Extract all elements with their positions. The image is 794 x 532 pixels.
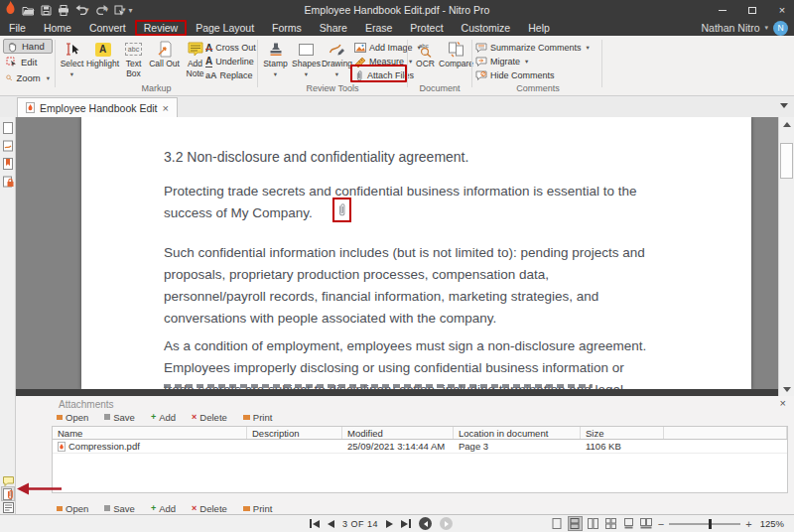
tab-page-layout[interactable]: Page Layout: [187, 21, 263, 35]
edit-tool-button[interactable]: Edit: [3, 55, 53, 69]
avatar[interactable]: N: [773, 21, 788, 36]
attachment-size-cell: 1106 KB: [581, 440, 664, 453]
tab-forms[interactable]: Forms: [263, 21, 311, 35]
bookmarks-panel-button[interactable]: [2, 157, 14, 170]
measure-button[interactable]: Measure: [354, 55, 412, 68]
attachments-close-icon[interactable]: ×: [780, 398, 786, 408]
call-out-button[interactable]: Call Out: [149, 38, 180, 78]
pdf-file-icon: [58, 442, 66, 452]
document-tab[interactable]: Employee Handbook Edit ×: [17, 97, 178, 117]
column-header-size[interactable]: Size: [581, 427, 664, 439]
attachment-annotation[interactable]: [332, 198, 351, 222]
comments-group: Summarize Comments Migrate Hide Comments…: [475, 36, 600, 95]
quick-tool-button[interactable]: ▾: [114, 5, 126, 16]
shapes-button[interactable]: Shapes: [291, 38, 322, 78]
attachments-panel-button[interactable]: [2, 487, 14, 500]
stamp-button[interactable]: Stamp: [260, 38, 291, 78]
output-panel-button[interactable]: [2, 501, 14, 514]
account-name[interactable]: Nathan Nitro: [702, 22, 760, 34]
zoom-slider[interactable]: [669, 523, 740, 525]
underline-icon: [205, 57, 212, 67]
highlight-button[interactable]: Highlight: [87, 38, 118, 78]
tab-close-icon[interactable]: ×: [163, 103, 169, 113]
zoom-out-button[interactable]: −: [658, 519, 664, 529]
comments-panel-button[interactable]: [2, 474, 14, 487]
history-back-button[interactable]: [419, 517, 432, 530]
tab-home[interactable]: Home: [35, 21, 80, 35]
maximize-button[interactable]: [744, 3, 760, 17]
compare-button[interactable]: Compare: [441, 38, 471, 69]
hand-tool-button[interactable]: Hand: [3, 39, 53, 54]
stamp-icon: [268, 40, 284, 59]
tab-file[interactable]: File: [0, 21, 35, 35]
first-page-button[interactable]: [310, 519, 320, 528]
ocr-button[interactable]: abc OCR: [410, 38, 441, 69]
tab-convert[interactable]: Convert: [80, 21, 135, 35]
migrate-button[interactable]: Migrate: [475, 55, 528, 68]
attachment-save-button[interactable]: Save: [104, 503, 135, 514]
pages-panel-button[interactable]: [2, 121, 14, 134]
column-header-description[interactable]: Description: [247, 427, 342, 439]
attachment-add-button[interactable]: +Add: [151, 503, 176, 514]
zoom-in-button[interactable]: +: [745, 519, 751, 529]
vertical-scrollbar[interactable]: [778, 117, 794, 396]
zoom-slider-handle[interactable]: [709, 519, 712, 529]
attachment-add-button[interactable]: +Add: [151, 412, 176, 423]
history-forward-button[interactable]: [440, 517, 453, 530]
hide-comments-button[interactable]: Hide Comments: [475, 68, 555, 82]
underline-button[interactable]: Underline: [205, 55, 254, 68]
attachment-row[interactable]: Compression.pdf 25/09/2021 3:14:44 AM Pa…: [53, 440, 787, 454]
undo-button[interactable]: ▾: [75, 5, 89, 15]
view-zoom-controls: − + 125%: [551, 515, 784, 532]
single-page-footer-view-button[interactable]: [622, 517, 635, 530]
tab-protect[interactable]: Protect: [401, 21, 452, 35]
summarize-comments-button[interactable]: Summarize Comments: [475, 41, 590, 55]
attachment-delete-button[interactable]: ×Delete: [192, 412, 227, 423]
single-page-view-button[interactable]: [551, 517, 564, 530]
security-panel-button[interactable]: [2, 175, 14, 188]
column-header-location[interactable]: Location in document: [454, 427, 581, 439]
select-button[interactable]: Select: [57, 38, 87, 78]
previous-page-button[interactable]: [328, 520, 334, 528]
scroll-down-button[interactable]: [779, 382, 794, 396]
print-icon[interactable]: [58, 5, 69, 16]
drawing-button[interactable]: Drawing: [322, 38, 352, 78]
attachment-delete-button[interactable]: ×Delete: [192, 503, 227, 514]
zoom-tool-button[interactable]: Zoom: [3, 70, 53, 85]
qat-customize-icon[interactable]: ▾: [129, 6, 133, 15]
panel-splitter[interactable]: [16, 389, 778, 396]
tab-share[interactable]: Share: [311, 21, 356, 35]
tab-help[interactable]: Help: [519, 21, 559, 35]
minimize-button[interactable]: [715, 3, 730, 17]
tab-review[interactable]: Review: [135, 20, 187, 36]
signatures-panel-button[interactable]: [2, 139, 14, 152]
save-icon[interactable]: [41, 5, 52, 16]
attachment-modified-cell: 25/09/2021 3:14:44 AM: [342, 440, 454, 453]
cross-out-button[interactable]: Cross Out: [205, 41, 256, 55]
replace-button[interactable]: Replace: [205, 68, 253, 82]
attachment-open-button[interactable]: Open: [57, 412, 88, 423]
redo-button[interactable]: ▾: [95, 5, 109, 15]
next-page-button[interactable]: [386, 520, 393, 528]
facing-footer-view-button[interactable]: [640, 517, 653, 530]
attachment-print-button[interactable]: Print: [243, 412, 273, 423]
tab-customize[interactable]: Customize: [453, 21, 520, 35]
attach-files-button[interactable]: Attach Files: [354, 68, 414, 82]
scroll-up-button[interactable]: [779, 117, 794, 131]
continuous-view-button[interactable]: [569, 517, 582, 530]
collapse-ribbon-icon[interactable]: [780, 103, 788, 108]
print-attachment-icon: [243, 506, 250, 511]
tab-erase[interactable]: Erase: [356, 21, 401, 35]
open-file-icon[interactable]: [22, 5, 35, 16]
attachment-print-button[interactable]: Print: [243, 503, 273, 514]
attachment-save-button[interactable]: Save: [104, 412, 135, 423]
attachment-open-button[interactable]: Open: [57, 503, 88, 514]
close-button[interactable]: ×: [774, 3, 790, 17]
facing-view-button[interactable]: [587, 517, 599, 530]
column-header-name[interactable]: Name: [53, 427, 247, 439]
grid-view-button[interactable]: [604, 517, 617, 530]
text-box-button[interactable]: Text Box: [118, 38, 149, 78]
column-header-modified[interactable]: Modified: [342, 427, 454, 439]
scrollbar-thumb[interactable]: [780, 143, 793, 179]
last-page-button[interactable]: [401, 519, 411, 528]
